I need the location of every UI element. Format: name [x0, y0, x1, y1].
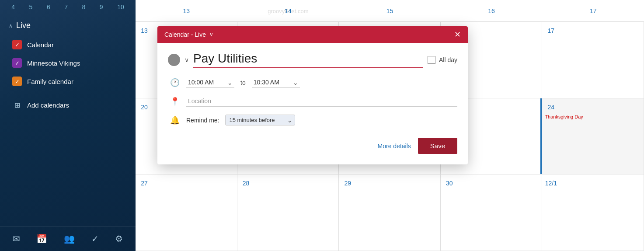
mini-day-10: 10	[117, 3, 124, 10]
sidebar-item-calendar[interactable]: ✓ Calendar	[9, 35, 127, 54]
header-day-17: 17	[542, 4, 644, 18]
calendar-header: 13 14 groovyPost.com 15 16 17	[136, 0, 644, 22]
sidebar-mini-calendar-days: 4 5 6 7 8 9 10	[0, 0, 136, 14]
header-day-13: 13	[136, 4, 237, 18]
cell-29[interactable]: 29	[339, 174, 441, 251]
event-status-circle	[168, 54, 180, 66]
cell-28[interactable]: 28	[237, 174, 339, 251]
bell-icon: 🔔	[170, 115, 180, 126]
sidebar-item-calendar-label: Calendar	[27, 41, 54, 49]
remind-wrapper: None 5 minutes before 15 minutes before …	[225, 115, 295, 126]
cell-30[interactable]: 30	[441, 174, 543, 251]
cell-dec1[interactable]: 12/1	[542, 174, 644, 251]
thanksgiving-label: Thanksgiving Day	[545, 114, 641, 119]
time-row: 🕐 10:00 AM 10:30 AM to 10:30 AM 11:00 AM	[168, 77, 457, 88]
sidebar-item-family-label: Family calendar	[27, 78, 73, 85]
remind-select[interactable]: None 5 minutes before 15 minutes before …	[225, 115, 295, 126]
time-from-wrapper: 10:00 AM 10:30 AM	[186, 77, 234, 88]
live-section: ∧ Live ✓ Calendar ✓ Minnesota Vikings ✓ …	[0, 14, 136, 119]
settings-icon[interactable]: ⚙	[113, 232, 125, 246]
save-button[interactable]: Save	[418, 138, 457, 154]
mini-day-7: 7	[64, 3, 68, 10]
time-from-select[interactable]: 10:00 AM 10:30 AM	[186, 77, 234, 88]
allday-area: All day	[428, 56, 457, 64]
event-title-row: ∨ All day	[168, 52, 457, 68]
clock-icon: 🕐	[170, 77, 180, 88]
event-status-chevron[interactable]: ∨	[184, 56, 189, 63]
allday-label: All day	[439, 56, 457, 63]
allday-checkbox[interactable]	[428, 56, 435, 64]
live-header[interactable]: ∧ Live	[9, 18, 127, 35]
date-24: 24	[545, 101, 557, 113]
event-title-input[interactable]	[193, 52, 423, 68]
modal-header: Calendar - Live ∨ ✕	[157, 26, 468, 43]
mini-day-8: 8	[82, 3, 86, 10]
date-30: 30	[443, 177, 456, 189]
location-icon: 📍	[170, 96, 180, 107]
calendar-main: 13 14 groovyPost.com 15 16 17 13 14 15 1…	[136, 0, 644, 251]
cell-27[interactable]: 27	[136, 174, 237, 251]
mail-icon[interactable]: ✉	[11, 232, 22, 246]
date-28: 28	[240, 177, 252, 189]
more-details-button[interactable]: More details	[378, 143, 411, 150]
event-create-modal: Calendar - Live ∨ ✕ ∨ All day	[157, 26, 468, 164]
modal-title-area: Calendar - Live ∨	[164, 31, 213, 38]
mini-day-9: 9	[100, 3, 103, 10]
sidebar-item-vikings-label: Minnesota Vikings	[27, 59, 80, 67]
bottom-nav: ✉ 📅 👥 ✓ ⚙	[0, 226, 136, 251]
date-13: 13	[138, 24, 150, 37]
modal-dropdown-icon[interactable]: ∨	[209, 31, 213, 38]
add-calendars-button[interactable]: ⊞ Add calendars	[9, 95, 127, 115]
sidebar-item-vikings[interactable]: ✓ Minnesota Vikings	[9, 54, 127, 72]
modal-title: Calendar - Live	[164, 31, 206, 38]
time-to-wrapper: 10:30 AM 11:00 AM	[252, 77, 300, 88]
family-checkbox-icon: ✓	[12, 77, 22, 86]
tasks-icon[interactable]: ✓	[90, 232, 101, 246]
calendar-nav-icon[interactable]: 📅	[35, 232, 49, 246]
date-29: 29	[341, 177, 354, 189]
calendar-checkbox-icon: ✓	[12, 40, 22, 49]
header-day-16: 16	[441, 4, 543, 18]
cell-24[interactable]: 24 Thanksgiving Day	[542, 98, 644, 174]
header-day-15: 15	[339, 4, 441, 18]
live-label: Live	[16, 21, 31, 30]
date-20: 20	[138, 101, 150, 113]
vikings-checkbox-icon: ✓	[12, 58, 22, 68]
modal-body: ∨ All day 🕐 10:00 AM 10:30 AM	[157, 43, 468, 164]
date-27: 27	[138, 177, 150, 189]
add-calendars-label: Add calendars	[27, 101, 69, 109]
sidebar-item-family[interactable]: ✓ Family calendar	[9, 72, 127, 91]
location-input[interactable]	[186, 96, 457, 107]
sidebar: 4 5 6 7 8 9 10 ∧ Live ✓ Calendar ✓ Minne…	[0, 0, 136, 251]
location-row: 📍	[168, 96, 457, 107]
mini-day-6: 6	[47, 3, 50, 10]
mini-day-5: 5	[29, 3, 33, 10]
cell-17[interactable]: 17	[542, 22, 644, 98]
modal-footer: More details Save	[168, 133, 457, 154]
modal-close-button[interactable]: ✕	[454, 31, 461, 38]
week-row-3: 27 28 29 30 12/1	[136, 174, 644, 251]
remind-label: Remind me:	[186, 117, 219, 124]
header-day-14: 14 groovyPost.com	[237, 4, 339, 18]
date-17: 17	[545, 24, 557, 37]
time-to-select[interactable]: 10:30 AM 11:00 AM	[252, 77, 300, 88]
to-separator: to	[240, 79, 246, 86]
people-icon[interactable]: 👥	[62, 232, 77, 246]
mini-day-4: 4	[11, 3, 15, 10]
remind-row: 🔔 Remind me: None 5 minutes before 15 mi…	[168, 115, 457, 126]
add-calendars-icon: ⊞	[12, 100, 22, 110]
live-chevron-up-icon: ∧	[9, 23, 13, 29]
date-dec1: 12/1	[545, 177, 557, 189]
